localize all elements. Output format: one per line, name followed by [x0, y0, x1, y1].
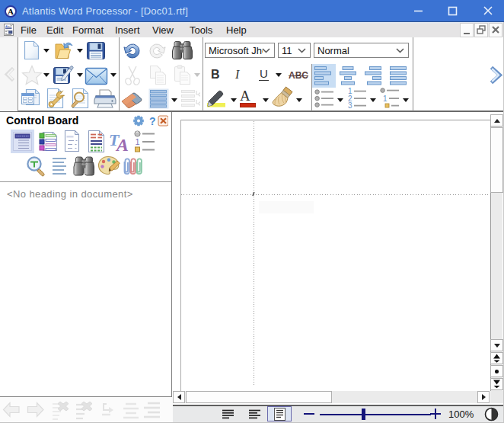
- svg-text:A: A: [115, 135, 129, 153]
- svg-text:A: A: [8, 7, 14, 16]
- svg-text:1: 1: [136, 137, 140, 146]
- svg-text:1: 1: [383, 95, 388, 103]
- svg-text:3: 3: [348, 101, 352, 109]
- svg-text:?: ?: [149, 115, 156, 127]
